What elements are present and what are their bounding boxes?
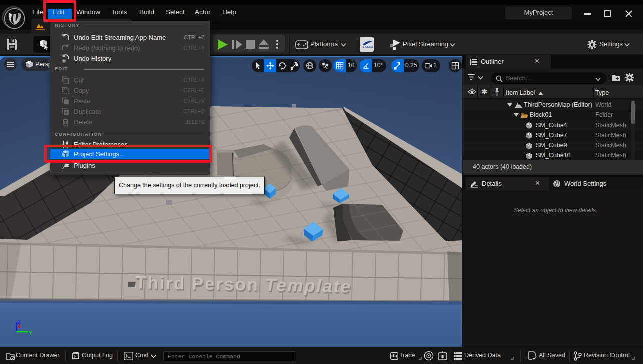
svg-text:Y: Y: [29, 330, 33, 336]
svg-text:X: X: [18, 324, 21, 329]
svg-text:EAGLE: EAGLE: [363, 46, 373, 48]
svg-text:Third Person Template: Third Person Template: [135, 272, 352, 296]
